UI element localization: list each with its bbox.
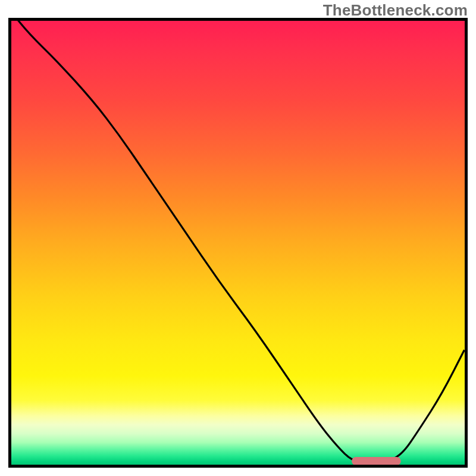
plot-border (8, 18, 468, 468)
chart-frame: TheBottleneck.com (0, 0, 476, 476)
watermark-text: TheBottleneck.com (323, 1, 468, 20)
plot-area (8, 18, 468, 468)
